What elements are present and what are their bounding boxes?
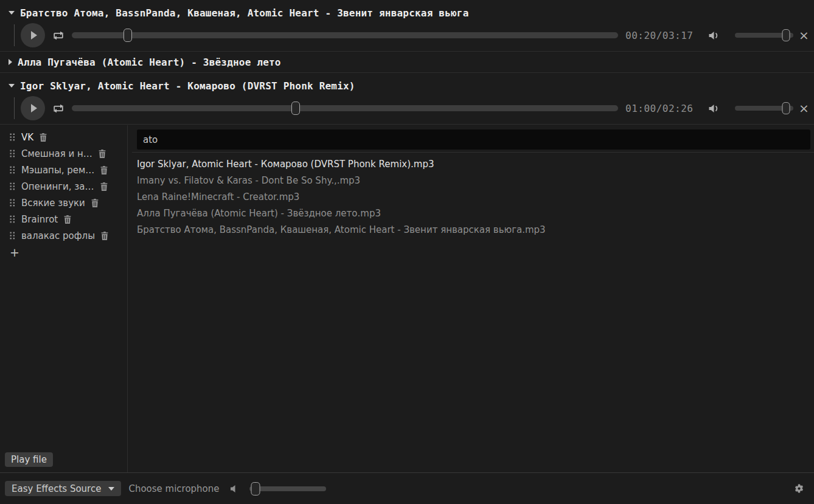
trash-icon[interactable] [101, 232, 108, 240]
sidebar-item-valakas[interactable]: валакас рофлы [0, 227, 127, 244]
search-input[interactable] [137, 129, 810, 150]
trash-icon[interactable] [64, 215, 71, 224]
file-row[interactable]: Lena Raine!Minecraft - Creator.mp3 [137, 189, 810, 205]
drag-handle-icon[interactable] [10, 150, 15, 157]
trash-icon[interactable] [100, 182, 108, 191]
expander-closed-icon[interactable] [9, 59, 12, 65]
track-title: Братство Атома, BassnPanda, Квашеная, At… [20, 7, 468, 19]
drag-handle-icon[interactable] [10, 215, 15, 223]
level-indicator [14, 24, 15, 46]
drag-handle-icon[interactable] [10, 166, 15, 174]
sidebar-item-sounds[interactable]: Всякие звуки [0, 195, 127, 211]
level-indicator [14, 97, 15, 119]
volume-slider[interactable] [735, 106, 793, 111]
repeat-icon [52, 104, 64, 113]
close-track-button[interactable]: × [799, 102, 809, 114]
trash-icon[interactable] [99, 150, 106, 158]
track-3-controls: 01:00/02:26 × [0, 94, 814, 124]
speaker-loud-icon[interactable] [708, 31, 720, 40]
play-icon [31, 104, 37, 112]
file-row[interactable]: Братство Атома, BassnPanda, Квашеная, At… [137, 222, 810, 238]
gear-icon[interactable] [794, 483, 804, 494]
expander-open-icon[interactable] [9, 84, 15, 88]
track-1-controls: 00:20/03:17 × [0, 21, 814, 51]
file-panel: Igor Sklyar, Atomic Heart - Комарово (DV… [128, 125, 814, 472]
file-list: Igor Sklyar, Atomic Heart - Комарово (DV… [137, 156, 810, 238]
track-title: Igor Sklyar, Atomic Heart - Комарово (DV… [20, 80, 355, 92]
trash-icon[interactable] [91, 199, 99, 207]
seek-slider-handle[interactable] [123, 29, 132, 42]
main-area: VK Смешная и н… Мэшапы, рем… Опенинги, з… [0, 125, 814, 472]
track-1-header[interactable]: Братство Атома, BassnPanda, Квашеная, At… [0, 5, 814, 21]
mic-volume-slider[interactable] [249, 486, 326, 491]
mic-volume-handle[interactable] [251, 482, 260, 495]
sidebar-item-brainrot[interactable]: Brainrot [0, 211, 127, 227]
track-panel-1: Братство Атома, BassnPanda, Квашеная, At… [0, 5, 814, 52]
trash-icon[interactable] [100, 166, 108, 174]
repeat-button[interactable] [51, 31, 66, 40]
choose-microphone-label: Choose microphone [128, 483, 219, 494]
seek-slider[interactable] [72, 32, 618, 38]
tab-label: валакас рофлы [21, 230, 95, 241]
expander-open-icon[interactable] [9, 11, 15, 15]
trash-icon[interactable] [40, 133, 47, 142]
sidebar-item-vk[interactable]: VK [0, 129, 127, 145]
volume-slider-handle[interactable] [782, 29, 790, 41]
seek-slider-handle[interactable] [291, 102, 300, 115]
tab-label: VK [21, 132, 33, 143]
seek-slider[interactable] [72, 105, 618, 111]
repeat-button[interactable] [51, 104, 66, 113]
tab-label: Brainrot [21, 214, 58, 225]
tab-label: Всякие звуки [21, 198, 85, 209]
sidebar-item-mashups[interactable]: Мэшапы, рем… [0, 162, 127, 178]
track-panel-3: Igor Sklyar, Atomic Heart - Комарово (DV… [0, 78, 814, 125]
track-title: Алла Пугачёва (Atomic Heart) - Звёздное … [18, 57, 281, 68]
search-underline [132, 152, 814, 153]
tab-label: Опенинги, за… [21, 181, 94, 192]
source-selector-label: Easy Effects Source [12, 483, 101, 494]
volume-slider-handle[interactable] [782, 102, 790, 114]
drag-handle-icon[interactable] [10, 182, 15, 190]
chevron-down-icon [108, 487, 114, 491]
drag-handle-icon[interactable] [10, 133, 15, 141]
drag-handle-icon[interactable] [10, 232, 15, 240]
sidebar-item-smeshnaya[interactable]: Смешная и н… [0, 145, 127, 162]
file-row[interactable]: Imany vs. Filatov & Karas - Dont Be So S… [137, 173, 810, 189]
add-playlist-button[interactable]: + [0, 244, 127, 260]
bottom-bar: Easy Effects Source Choose microphone [0, 472, 814, 504]
close-track-button[interactable]: × [799, 29, 809, 41]
play-button[interactable] [21, 96, 45, 120]
play-icon [31, 31, 37, 40]
file-row[interactable]: Алла Пугачёва (Atomic Heart) - Звёздное … [137, 205, 810, 222]
time-display: 01:00/02:26 [625, 103, 697, 114]
time-display: 00:20/03:17 [625, 30, 697, 41]
speaker-muted-icon[interactable] [230, 485, 238, 493]
soundboard-app: Братство Атома, BassnPanda, Квашеная, At… [0, 0, 814, 504]
tab-label: Мэшапы, рем… [21, 165, 94, 176]
track-panel-2: Алла Пугачёва (Atomic Heart) - Звёздное … [0, 52, 814, 73]
track-2-header[interactable]: Алла Пугачёва (Atomic Heart) - Звёздное … [0, 52, 814, 72]
play-button[interactable] [21, 23, 45, 47]
repeat-icon [52, 31, 64, 40]
sidebar-item-openings[interactable]: Опенинги, за… [0, 178, 127, 195]
file-row[interactable]: Igor Sklyar, Atomic Heart - Комарово (DV… [137, 156, 810, 173]
source-selector-dropdown[interactable]: Easy Effects Source [5, 481, 121, 496]
volume-slider[interactable] [735, 33, 793, 38]
playlist-sidebar: VK Смешная и н… Мэшапы, рем… Опенинги, з… [0, 125, 128, 472]
speaker-loud-icon[interactable] [708, 104, 720, 113]
play-file-button[interactable]: Play file [5, 452, 53, 467]
track-3-header[interactable]: Igor Sklyar, Atomic Heart - Комарово (DV… [0, 78, 814, 94]
tab-label: Смешная и н… [21, 148, 92, 159]
drag-handle-icon[interactable] [10, 199, 15, 207]
